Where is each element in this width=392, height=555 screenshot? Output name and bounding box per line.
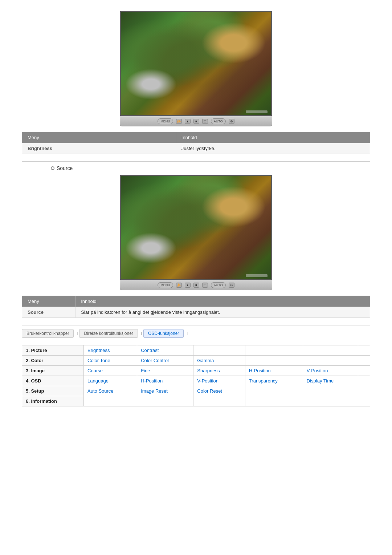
osd-link-color-control[interactable]: Color Control	[141, 358, 169, 363]
osd-table: 1. PictureBrightnessContrast2. ColorColo…	[22, 345, 370, 406]
table2-header-content: Innhold	[75, 296, 370, 307]
osd-cell	[303, 356, 358, 366]
osd-link-color-reset[interactable]: Color Reset	[197, 388, 222, 394]
nav-sep-1: I	[77, 331, 78, 336]
osd-cell	[84, 396, 137, 406]
source-table: Meny Innhold Source Slår på indikatoren …	[22, 296, 370, 318]
table-row: Brightness Juster lydstyrke.	[22, 143, 370, 154]
osd-link-h-position[interactable]: H-Position	[141, 378, 163, 384]
osd-link-color-tone[interactable]: Color Tone	[87, 358, 110, 363]
osd-cell[interactable]: Fine	[137, 366, 193, 376]
table1-header-content: Innhold	[176, 132, 370, 143]
table2-header-menu: Meny	[22, 296, 75, 307]
osd-link-coarse[interactable]: Coarse	[87, 368, 103, 373]
osd-link-gamma[interactable]: Gamma	[197, 358, 214, 363]
osd-cell	[245, 356, 303, 366]
osd-row-label: 4. OSD	[22, 376, 84, 386]
menu-button-2[interactable]: MENU	[158, 282, 173, 288]
divider-1	[22, 161, 370, 162]
monitor-section-2: MENU 🔆 ▲ ■ □ AUTO ⊙	[22, 175, 370, 290]
osd-row-label: 2. Color	[22, 356, 84, 366]
input-icon-1[interactable]: □	[202, 119, 208, 124]
osd-link-language[interactable]: Language	[87, 378, 109, 384]
osd-row: 1. PictureBrightnessContrast	[22, 345, 370, 356]
osd-cell[interactable]: Auto Source	[84, 386, 137, 396]
source-label-cell: Source	[22, 307, 75, 318]
osd-cell[interactable]: V-Position	[303, 366, 358, 376]
table1-header-menu: Meny	[22, 132, 176, 143]
osd-link-image-reset[interactable]: Image Reset	[141, 388, 168, 394]
monitor-frame-2	[120, 175, 272, 280]
osd-cell	[303, 396, 358, 406]
power-icon-2[interactable]: ⊙	[229, 283, 234, 288]
source-icon-1[interactable]: ■	[193, 119, 199, 124]
osd-link-contrast[interactable]: Contrast	[141, 348, 159, 353]
osd-cell[interactable]: Color Control	[137, 356, 193, 366]
brightness-value: Juster lydstyrke.	[176, 143, 370, 154]
osd-cell[interactable]: V-Position	[193, 376, 245, 386]
osd-cell[interactable]: Color Reset	[193, 386, 245, 396]
input-icon-2[interactable]: □	[202, 283, 208, 288]
osd-cell	[358, 396, 370, 406]
osd-row: 5. SetupAuto SourceImage ResetColor Rese…	[22, 386, 370, 396]
menu-button-1[interactable]: MENU	[158, 118, 173, 124]
brightness-icon-1[interactable]: 🔆	[176, 119, 182, 124]
monitor-frame-1	[120, 11, 272, 116]
osd-cell	[245, 396, 303, 406]
osd-cell[interactable]: H-Position	[245, 366, 303, 376]
volume-icon-2[interactable]: ▲	[185, 283, 191, 288]
osd-cell[interactable]: Transparency	[245, 376, 303, 386]
tab-osd-funksjoner[interactable]: OSD-funksjoner	[143, 329, 184, 338]
source-text: Source	[57, 165, 73, 171]
osd-row-label: 5. Setup	[22, 386, 84, 396]
osd-link-auto-source[interactable]: Auto Source	[87, 388, 114, 394]
osd-row: 4. OSDLanguageH-PositionV-PositionTransp…	[22, 376, 370, 386]
osd-link-transparency[interactable]: Transparency	[249, 378, 278, 384]
brightness-icon-2[interactable]: 🔆	[176, 283, 182, 288]
nav-sep-2: I	[141, 331, 142, 336]
osd-cell	[358, 386, 370, 396]
osd-cell	[358, 376, 370, 386]
osd-cell	[245, 345, 303, 356]
osd-cell[interactable]: Contrast	[137, 345, 193, 356]
osd-cell	[358, 366, 370, 376]
brightness-label: Brightness	[22, 143, 176, 154]
osd-link-brightness[interactable]: Brightness	[87, 348, 110, 353]
osd-link-sharpness[interactable]: Sharpness	[197, 368, 220, 373]
osd-cell[interactable]: Coarse	[84, 366, 137, 376]
osd-cell	[358, 345, 370, 356]
source-section: Source	[51, 165, 370, 171]
osd-link-display-time[interactable]: Display Time	[307, 378, 334, 384]
osd-cell	[358, 356, 370, 366]
osd-cell[interactable]: Display Time	[303, 376, 358, 386]
monitor-base-2: MENU 🔆 ▲ ■ □ AUTO ⊙	[120, 280, 272, 290]
osd-cell[interactable]: Brightness	[84, 345, 137, 356]
volume-icon-1[interactable]: ▲	[185, 119, 191, 124]
osd-cell	[137, 396, 193, 406]
osd-cell[interactable]: Sharpness	[193, 366, 245, 376]
monitor-screen-2	[121, 176, 271, 279]
osd-link-fine[interactable]: Fine	[141, 368, 150, 373]
power-icon-1[interactable]: ⊙	[229, 119, 234, 124]
source-dot-icon	[51, 166, 54, 170]
osd-cell[interactable]: Image Reset	[137, 386, 193, 396]
osd-link-v-position[interactable]: V-Position	[197, 378, 219, 384]
osd-cell[interactable]: Gamma	[193, 356, 245, 366]
auto-button-2[interactable]: AUTO	[211, 282, 226, 288]
auto-button-1[interactable]: AUTO	[211, 118, 226, 124]
tab-direkte-kontrollfunksjoner[interactable]: Direkte kontrollfunksjoner	[79, 329, 138, 338]
osd-row: 3. ImageCoarseFineSharpnessH-PositionV-P…	[22, 366, 370, 376]
brightness-table: Meny Innhold Brightness Juster lydstyrke…	[22, 132, 370, 154]
osd-link-h-position[interactable]: H-Position	[249, 368, 271, 373]
osd-cell[interactable]: Language	[84, 376, 137, 386]
tab-brukerkontrollknapper[interactable]: Brukerkontrollknapper	[22, 329, 74, 338]
monitor-section-1: MENU 🔆 ▲ ■ □ AUTO ⊙	[22, 11, 370, 126]
osd-row: 6. Information	[22, 396, 370, 406]
osd-row-label: 3. Image	[22, 366, 84, 376]
monitor-screen-1	[121, 12, 271, 115]
osd-cell[interactable]: Color Tone	[84, 356, 137, 366]
osd-cell	[303, 386, 358, 396]
source-icon-2[interactable]: ■	[193, 283, 199, 288]
osd-cell[interactable]: H-Position	[137, 376, 193, 386]
osd-link-v-position[interactable]: V-Position	[307, 368, 328, 373]
